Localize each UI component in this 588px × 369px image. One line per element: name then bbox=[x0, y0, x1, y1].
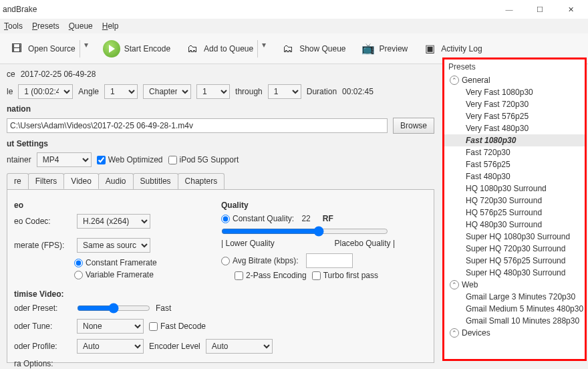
presets-tree: ⌃GeneralVery Fast 1080p30Very Fast 720p3… bbox=[444, 74, 585, 339]
preset-item[interactable]: Very Fast 720p30 bbox=[444, 98, 585, 110]
lower-quality-label: | Lower Quality bbox=[221, 239, 275, 248]
preview-label: Preview bbox=[380, 44, 408, 53]
preset-item[interactable]: HQ 1080p30 Surround bbox=[444, 182, 585, 195]
preset-item[interactable]: Super HQ 1080p30 Surround bbox=[444, 231, 585, 243]
tab-filters[interactable]: Filters bbox=[28, 173, 65, 189]
optimise-heading: timise Video: bbox=[14, 289, 427, 299]
bitrate-input[interactable] bbox=[306, 253, 353, 268]
menu-presets[interactable]: Presets bbox=[32, 21, 59, 31]
preset-group-label: Devices bbox=[462, 328, 490, 338]
tab-subtitles[interactable]: Subtitles bbox=[133, 173, 178, 189]
codec-label: eo Codec: bbox=[14, 217, 71, 226]
preset-item[interactable]: Super HQ 720p30 Surround bbox=[444, 243, 585, 255]
preset-item[interactable]: Gmail Large 3 Minutes 720p30 bbox=[444, 291, 585, 303]
chevron-up-icon: ⌃ bbox=[450, 76, 459, 85]
destination-input[interactable] bbox=[7, 118, 388, 133]
dropdown-icon[interactable]: ▾ bbox=[80, 40, 88, 57]
play-icon bbox=[103, 40, 120, 57]
fast-decode-checkbox[interactable]: Fast Decode bbox=[149, 322, 206, 331]
menu-help[interactable]: Help bbox=[102, 21, 119, 31]
fps-select[interactable]: Same as source bbox=[77, 238, 150, 253]
preview-button[interactable]: 📺Preview bbox=[357, 39, 412, 58]
dropdown-icon[interactable]: ▾ bbox=[257, 40, 266, 57]
placebo-label: Placebo Quality | bbox=[335, 239, 396, 248]
quality-slider[interactable] bbox=[221, 226, 388, 237]
cq-label: Constant Quality: bbox=[233, 214, 294, 223]
web-optimized-checkbox[interactable]: Web Optimized bbox=[97, 155, 163, 164]
cfr-label: Constant Framerate bbox=[86, 258, 157, 267]
menubar: Tools Presets Queue Help bbox=[0, 19, 588, 33]
tab-chapters[interactable]: Chapters bbox=[178, 173, 225, 189]
preset-item[interactable]: HQ 720p30 Surround bbox=[444, 195, 585, 207]
encoder-preset-slider[interactable] bbox=[77, 303, 150, 314]
tab-video[interactable]: Video bbox=[63, 173, 98, 189]
chapter-to-select[interactable]: 1 bbox=[268, 84, 301, 99]
close-button[interactable]: ✕ bbox=[556, 1, 585, 17]
video-tab-pane: eo eo Codec:H.264 (x264) merate (FPS):Sa… bbox=[7, 189, 434, 363]
encoder-level-select[interactable]: Auto bbox=[206, 339, 273, 354]
tab-picture[interactable]: re bbox=[7, 173, 29, 189]
range-type-select[interactable]: Chapters bbox=[143, 84, 191, 99]
rf-label: RF bbox=[323, 214, 333, 223]
ipod-checkbox[interactable]: iPod 5G Support bbox=[168, 155, 239, 164]
preset-item[interactable]: Gmail Small 10 Minutes 288p30 bbox=[444, 315, 585, 327]
menu-queue[interactable]: Queue bbox=[69, 21, 93, 31]
chapter-from-select[interactable]: 1 bbox=[196, 84, 230, 99]
minimize-button[interactable]: — bbox=[494, 1, 524, 17]
titlebar: andBrake — ☐ ✕ bbox=[0, 0, 588, 19]
maximize-button[interactable]: ☐ bbox=[525, 1, 555, 17]
menu-tools[interactable]: Tools bbox=[4, 21, 23, 31]
presets-heading: Presets bbox=[444, 59, 585, 74]
title-select[interactable]: 1 (00:02:45) bbox=[18, 84, 73, 99]
preset-item[interactable]: HQ 480p30 Surround bbox=[444, 219, 585, 231]
preset-item[interactable]: Fast 720p30 bbox=[444, 146, 585, 158]
avg-bitrate-radio[interactable]: Avg Bitrate (kbps): bbox=[221, 253, 427, 268]
video-heading: eo bbox=[14, 201, 201, 210]
source-label: ce bbox=[7, 70, 15, 79]
preset-group[interactable]: ⌃Devices bbox=[444, 327, 585, 339]
tv-icon: 📺 bbox=[361, 42, 376, 55]
browse-button[interactable]: Browse bbox=[393, 118, 434, 134]
add-queue-button[interactable]: 🗂Add to Queue▾ bbox=[181, 37, 270, 60]
fps-label: merate (FPS): bbox=[14, 241, 71, 250]
preset-group[interactable]: ⌃Web bbox=[444, 279, 585, 291]
preset-item[interactable]: Very Fast 576p25 bbox=[444, 110, 585, 122]
preset-group[interactable]: ⌃General bbox=[444, 74, 585, 86]
angle-select[interactable]: 1 bbox=[104, 84, 138, 99]
encoder-profile-select[interactable]: Auto bbox=[77, 339, 144, 354]
queue-icon: 🗂 bbox=[281, 42, 295, 55]
preset-item[interactable]: Very Fast 480p30 bbox=[444, 122, 585, 134]
preset-item[interactable]: Fast 576p25 bbox=[444, 158, 585, 170]
start-encode-button[interactable]: Start Encode bbox=[99, 37, 174, 60]
preset-item[interactable]: Super HQ 480p30 Surround bbox=[444, 267, 585, 279]
show-queue-button[interactable]: 🗂Show Queue bbox=[277, 39, 349, 58]
twopass-checkbox[interactable]: 2-Pass Encoding bbox=[235, 271, 307, 280]
tab-audio[interactable]: Audio bbox=[98, 173, 134, 189]
preset-item[interactable]: Very Fast 1080p30 bbox=[444, 86, 585, 98]
angle-label: Angle bbox=[78, 87, 99, 96]
vfr-radio[interactable]: Variable Framerate bbox=[74, 270, 201, 279]
open-source-button[interactable]: 🎞Open Source▾ bbox=[5, 37, 92, 60]
start-encode-label: Start Encode bbox=[124, 44, 170, 53]
terminal-icon: ▣ bbox=[422, 42, 437, 55]
encoder-preset-label: oder Preset: bbox=[14, 303, 71, 313]
cq-value: 22 bbox=[301, 214, 310, 223]
turbo-checkbox[interactable]: Turbo first pass bbox=[312, 271, 378, 280]
encoder-level-label: Encoder Level bbox=[149, 342, 200, 351]
turbo-label: Turbo first pass bbox=[323, 271, 378, 280]
constant-quality-radio[interactable]: Constant Quality: 22 RF bbox=[221, 214, 427, 223]
preset-item[interactable]: Fast 480p30 bbox=[444, 170, 585, 182]
preset-item[interactable]: Super HQ 576p25 Surround bbox=[444, 255, 585, 267]
duration-label: Duration bbox=[307, 87, 337, 96]
preset-item[interactable]: Fast 1080p30 bbox=[444, 134, 585, 146]
container-select[interactable]: MP4 bbox=[37, 152, 92, 167]
window-controls: — ☐ ✕ bbox=[494, 1, 585, 17]
encoder-profile-label: oder Profile: bbox=[14, 342, 71, 351]
cfr-radio[interactable]: Constant Framerate bbox=[74, 258, 201, 267]
encoder-tune-select[interactable]: None bbox=[77, 319, 144, 334]
codec-select[interactable]: H.264 (x264) bbox=[77, 214, 150, 229]
preset-item[interactable]: HQ 576p25 Surround bbox=[444, 207, 585, 219]
presets-panel: Presets ⌃GeneralVery Fast 1080p30Very Fa… bbox=[442, 57, 587, 361]
activity-log-button[interactable]: ▣Activity Log bbox=[418, 39, 486, 58]
preset-item[interactable]: Gmail Medium 5 Minutes 480p30 bbox=[444, 303, 585, 315]
